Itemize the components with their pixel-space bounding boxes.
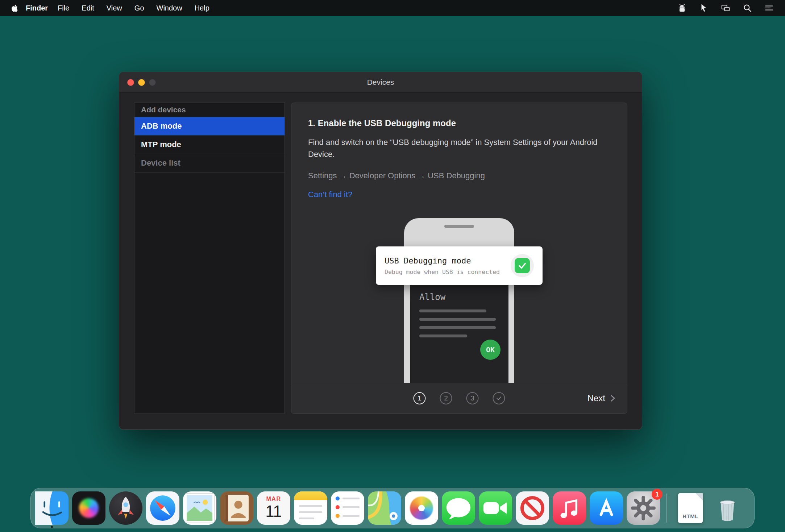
settings-path: Settings → Developer Options → USB Debug… <box>308 171 610 180</box>
menu-file[interactable]: File <box>51 4 75 12</box>
cursor-pointer-icon[interactable] <box>699 3 709 13</box>
dock-facetime-icon[interactable] <box>479 491 512 525</box>
wizard-footer: 123 Next <box>291 383 627 413</box>
dock-blocked-app-icon[interactable] <box>516 491 549 525</box>
android-device-icon[interactable] <box>677 3 687 13</box>
step-circle-3[interactable]: 3 <box>466 392 479 404</box>
ok-button-illustration: OK <box>480 340 501 360</box>
dock-system-preferences-icon[interactable]: 1 <box>627 491 660 525</box>
window-titlebar[interactable]: Devices <box>119 72 642 93</box>
dock-maps-icon[interactable] <box>368 491 401 525</box>
step-pagination: 123 <box>414 392 505 404</box>
chevron-right-icon <box>607 393 618 404</box>
checkbox-checked-icon <box>511 254 534 277</box>
apple-logo-icon <box>11 4 18 12</box>
menu-go[interactable]: Go <box>128 4 150 12</box>
menu-window[interactable]: Window <box>150 4 188 12</box>
window-title: Devices <box>119 72 642 92</box>
toggle-subtitle: Debug mode when USB is connected <box>385 269 500 275</box>
dock-notes-icon[interactable] <box>294 491 327 525</box>
apple-menu[interactable] <box>8 4 21 12</box>
usb-debugging-toggle-card: USB Debugging mode Debug mode when USB i… <box>376 246 543 285</box>
devices-window: Devices Add devices ADB modeMTP modeDevi… <box>119 72 642 430</box>
running-app-indicator <box>51 526 53 528</box>
sidebar: Add devices ADB modeMTP modeDevice list <box>134 103 285 414</box>
toggle-title: USB Debugging mode <box>385 256 500 265</box>
step-title: 1. Enable the USB Debugging mode <box>308 118 610 128</box>
dock-launchpad-icon[interactable] <box>109 491 142 525</box>
skeleton-line <box>419 334 467 337</box>
cant-find-it-link[interactable]: Can’t find it? <box>308 190 352 199</box>
phone-speaker <box>444 225 474 228</box>
sidebar-item-device-list[interactable]: Device list <box>134 154 284 173</box>
display-mirroring-icon[interactable] <box>720 3 731 13</box>
menu-edit[interactable]: Edit <box>75 4 100 12</box>
step-circle-2[interactable]: 2 <box>440 392 452 404</box>
dock-calendar-icon[interactable]: MAR11 <box>257 491 290 525</box>
dock: MAR111HTML <box>30 488 755 528</box>
phone-frame: Allow OK <box>404 218 514 383</box>
dock-contacts-icon[interactable] <box>220 491 253 525</box>
sidebar-item-adb-mode[interactable]: ADB mode <box>134 117 284 136</box>
menu-items: FileEditViewGoWindowHelp <box>51 4 216 12</box>
dock-separator <box>666 494 667 523</box>
spotlight-search-icon[interactable] <box>742 3 752 13</box>
dock-mail-icon[interactable] <box>183 491 216 525</box>
menu-bar: Finder FileEditViewGoWindowHelp <box>0 0 785 16</box>
skeleton-line <box>419 326 496 329</box>
dock-html-file-icon[interactable]: HTML <box>674 491 707 525</box>
step-description: Find and switch on the “USB debugging mo… <box>308 136 598 160</box>
menu-help[interactable]: Help <box>188 4 216 12</box>
dock-finder-icon[interactable] <box>35 491 68 525</box>
active-app-name[interactable]: Finder <box>26 4 48 12</box>
dock-siri-icon[interactable] <box>72 491 105 525</box>
dock-messages-icon[interactable] <box>442 491 475 525</box>
toggle-card-text: USB Debugging mode Debug mode when USB i… <box>385 256 500 275</box>
dock-trash-icon[interactable] <box>711 491 744 525</box>
skeleton-line <box>419 318 496 321</box>
next-label: Next <box>587 393 605 403</box>
dock-safari-icon[interactable] <box>146 491 179 525</box>
allow-label: Allow <box>419 292 499 302</box>
sidebar-item-mtp-mode[interactable]: MTP mode <box>134 136 284 154</box>
sidebar-header: Add devices <box>134 103 284 117</box>
menu-list-icon[interactable] <box>764 3 774 13</box>
menu-view[interactable]: View <box>100 4 128 12</box>
skeleton-line <box>419 309 486 312</box>
dock-photos-icon[interactable] <box>405 491 438 525</box>
desktop: Finder FileEditViewGoWindowHelp Devices … <box>0 0 785 532</box>
step-complete-icon <box>493 392 505 404</box>
phone-screen: Allow OK <box>410 285 508 383</box>
dock-reminders-icon[interactable] <box>331 491 364 525</box>
next-button[interactable]: Next <box>587 393 618 404</box>
notification-badge: 1 <box>652 489 663 500</box>
content-panel: 1. Enable the USB Debugging mode Find an… <box>291 103 627 414</box>
dock-music-icon[interactable] <box>553 491 586 525</box>
menu-bar-status-area <box>677 3 785 13</box>
step-circle-1[interactable]: 1 <box>414 392 426 404</box>
dock-app-store-icon[interactable] <box>590 491 623 525</box>
